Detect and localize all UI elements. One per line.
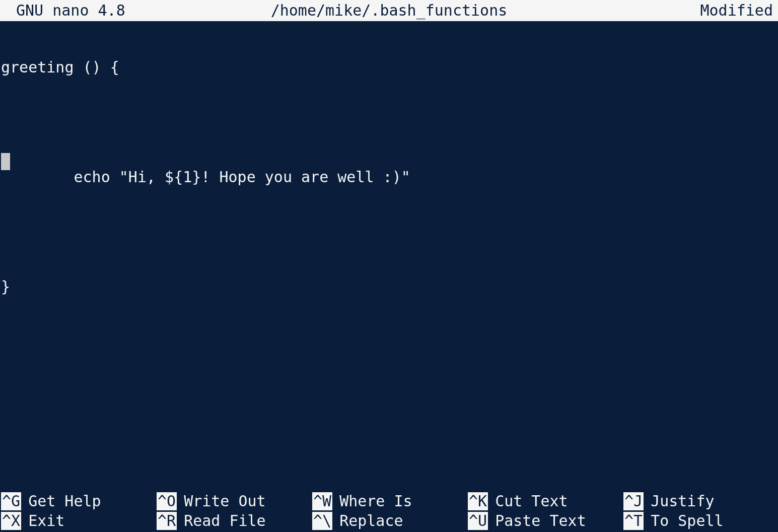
editor-area[interactable]: greeting () { echo "Hi, ${1}! Hope you a… xyxy=(0,21,778,492)
shortcut-get-help[interactable]: ^G Get Help xyxy=(1,492,155,510)
shortcut-label: Paste Text xyxy=(495,512,586,530)
shortcut-key: ^O xyxy=(157,492,177,510)
shortcut-justify[interactable]: ^J Justify xyxy=(623,492,777,510)
shortcut-bar: ^G Get Help ^O Write Out ^W Where Is ^K … xyxy=(0,492,778,532)
shortcut-key: ^K xyxy=(468,492,488,510)
shortcut-key: ^J xyxy=(623,492,644,510)
code-line: } xyxy=(1,278,778,296)
code-line: greeting () { xyxy=(1,58,778,77)
text-cursor xyxy=(1,153,10,170)
shortcut-key: ^R xyxy=(157,512,177,530)
code-line xyxy=(1,333,778,351)
shortcut-label: Write Out xyxy=(184,492,266,510)
shortcut-label: Where Is xyxy=(339,492,412,510)
code-line xyxy=(1,223,778,242)
shortcut-label: Read File xyxy=(184,512,266,530)
shortcut-where-is[interactable]: ^W Where Is xyxy=(312,492,466,510)
shortcut-key: ^T xyxy=(623,512,644,530)
shortcut-replace[interactable]: ^\ Replace xyxy=(312,511,466,530)
shortcut-label: Cut Text xyxy=(495,492,568,510)
shortcut-label: To Spell xyxy=(651,512,724,530)
shortcut-to-spell[interactable]: ^T To Spell xyxy=(623,511,777,530)
shortcut-write-out[interactable]: ^O Write Out xyxy=(157,492,310,510)
shortcut-key: ^X xyxy=(1,512,21,530)
code-line: echo "Hi, ${1}! Hope you are well :)" xyxy=(1,168,778,187)
code-line xyxy=(1,388,778,406)
shortcut-label: Get Help xyxy=(28,492,101,510)
shortcut-label: Exit xyxy=(28,512,64,530)
titlebar: GNU nano 4.8 /home/mike/.bash_functions … xyxy=(0,0,778,21)
modified-state: Modified xyxy=(700,2,773,20)
shortcut-label: Justify xyxy=(651,492,714,510)
shortcut-key: ^W xyxy=(312,492,332,510)
shortcut-label: Replace xyxy=(339,512,403,530)
shortcut-key: ^U xyxy=(468,512,488,530)
shortcut-paste-text[interactable]: ^U Paste Text xyxy=(468,511,621,530)
shortcut-key: ^\ xyxy=(312,512,332,530)
shortcut-read-file[interactable]: ^R Read File xyxy=(157,511,310,530)
code-line xyxy=(1,113,778,132)
app-name: GNU nano 4.8 xyxy=(16,2,125,20)
shortcut-key: ^G xyxy=(1,492,21,510)
shortcut-cut-text[interactable]: ^K Cut Text xyxy=(468,492,621,510)
shortcut-exit[interactable]: ^X Exit xyxy=(1,511,155,530)
